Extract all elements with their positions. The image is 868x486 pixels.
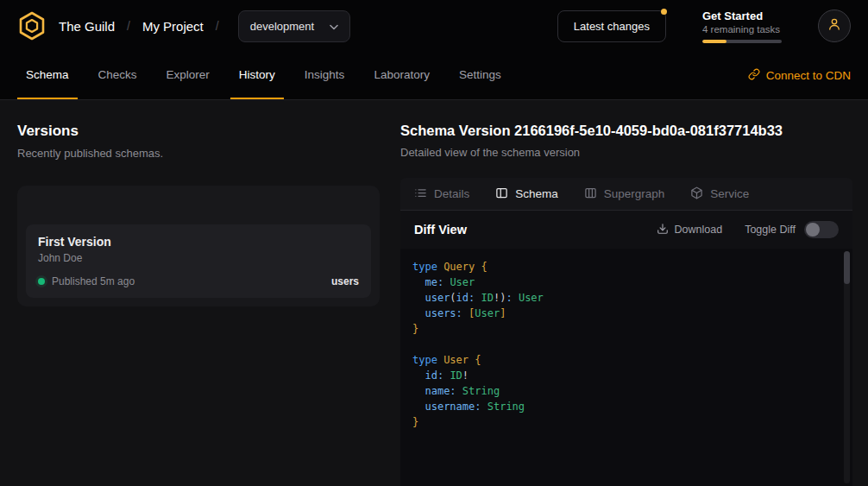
tab-schema[interactable]: Schema [17, 52, 78, 99]
version-detail-title: Schema Version 2166196f-5e10-4059-bd0a-0… [400, 123, 852, 139]
tab-label: Schema [26, 68, 69, 81]
code-line: } [412, 321, 840, 337]
get-started-progress-fill [702, 40, 726, 43]
schema-icon [495, 186, 508, 202]
link-icon [748, 68, 760, 83]
detail-tab-label: Schema [515, 187, 558, 200]
versions-section: Versions Recently published schemas. Fir… [17, 123, 380, 486]
service-icon [690, 186, 703, 202]
version-status: Published 5m ago [52, 275, 135, 287]
version-author: John Doe [38, 252, 359, 264]
breadcrumb-org[interactable]: The Guild [59, 19, 115, 34]
chevron-down-icon [330, 20, 338, 33]
version-detail-subtitle: Detailed view of the schema version [400, 146, 852, 159]
version-name: First Version [38, 235, 359, 249]
tab-label: Checks [98, 68, 137, 81]
version-meta-row: Published 5m ago users [38, 275, 359, 287]
code-line: type User { [412, 352, 840, 368]
hive-logo-icon[interactable] [17, 11, 47, 41]
latest-changes-label: Latest changes [574, 20, 650, 33]
project-tabs: Schema Checks Explorer History Insights … [17, 52, 522, 99]
get-started-progress-bar [702, 40, 782, 43]
tab-label: Explorer [167, 68, 210, 81]
tab-label: Settings [459, 68, 501, 81]
environment-select[interactable]: development [238, 10, 350, 42]
tab-laboratory[interactable]: Laboratory [365, 52, 438, 99]
versions-subtitle: Recently published schemas. [17, 147, 380, 160]
user-avatar[interactable] [818, 9, 851, 42]
topbar-left: The Guild / My Project / development [17, 10, 350, 42]
code-block: type Query { me: User user(id: ID!): Use… [412, 259, 840, 430]
download-button[interactable]: Download [657, 223, 723, 237]
code-line: user(id: ID!): User [412, 290, 840, 306]
tab-explorer[interactable]: Explorer [158, 52, 218, 99]
code-line: users: [User] [412, 306, 840, 321]
project-nav: Schema Checks Explorer History Insights … [0, 52, 868, 100]
diff-view-header: Diff View Download Toggle Diff [400, 211, 852, 249]
code-line: username: String [412, 399, 840, 414]
version-service-badge: users [331, 275, 359, 287]
detail-tab-label: Service [710, 187, 749, 200]
tab-label: Insights [305, 68, 345, 81]
version-detail-section: Schema Version 2166196f-5e10-4059-bd0a-0… [400, 123, 852, 486]
code-line: me: User [412, 275, 840, 290]
top-bar: The Guild / My Project / development Lat… [0, 0, 868, 52]
toggle-knob [806, 223, 820, 237]
topbar-right: Latest changes Get Started 4 remaining t… [557, 9, 851, 43]
get-started-subtitle: 4 remaining tasks [702, 24, 782, 35]
detail-tab-service[interactable]: Service [690, 186, 749, 202]
notification-dot-icon [661, 9, 667, 15]
schema-code-viewer[interactable]: type Query { me: User user(id: ID!): Use… [400, 249, 852, 486]
get-started-title: Get Started [702, 9, 782, 22]
toggle-diff-group: Toggle Diff [745, 221, 839, 238]
breadcrumb-separator: / [216, 19, 219, 33]
detail-tab-label: Details [434, 187, 469, 200]
breadcrumb-project[interactable]: My Project [142, 19, 204, 34]
supergraph-icon [584, 186, 597, 202]
tab-history[interactable]: History [230, 52, 284, 99]
tab-checks[interactable]: Checks [90, 52, 146, 99]
code-scrollbar-thumb[interactable] [844, 251, 850, 284]
toggle-diff-label: Toggle Diff [745, 224, 796, 236]
versions-title: Versions [17, 123, 380, 140]
code-scrollbar[interactable] [844, 251, 850, 483]
download-label: Download [675, 224, 723, 236]
detail-tab-supergraph[interactable]: Supergraph [584, 186, 665, 202]
breadcrumb-separator: / [127, 19, 130, 33]
user-icon [827, 16, 842, 35]
environment-select-value: development [250, 20, 314, 33]
main-content: Versions Recently published schemas. Fir… [0, 100, 868, 486]
detail-tab-label: Supergraph [604, 187, 665, 200]
toggle-diff-switch[interactable] [804, 221, 839, 238]
code-line [412, 337, 840, 352]
tab-settings[interactable]: Settings [450, 52, 510, 99]
download-icon [657, 223, 669, 237]
version-list-item[interactable]: First Version John Doe Published 5m ago … [26, 224, 371, 298]
code-line: name: String [412, 383, 840, 399]
code-line: id: ID! [412, 368, 840, 383]
diff-actions: Download Toggle Diff [657, 221, 839, 238]
list-icon [414, 186, 427, 202]
connect-to-cdn-button[interactable]: Connect to CDN [748, 52, 851, 99]
app-root: The Guild / My Project / development Lat… [0, 0, 868, 486]
versions-card: First Version John Doe Published 5m ago … [17, 186, 380, 306]
detail-tabs: Details Schema [400, 178, 852, 211]
diff-view-title: Diff View [414, 223, 467, 237]
published-status-dot-icon [38, 278, 45, 285]
detail-tab-schema[interactable]: Schema [495, 186, 558, 202]
code-line: type Query { [412, 259, 840, 275]
tab-label: History [239, 68, 275, 81]
version-detail-panel: Details Schema [400, 178, 852, 486]
get-started-widget[interactable]: Get Started 4 remaining tasks [702, 9, 782, 43]
latest-changes-button[interactable]: Latest changes [557, 10, 666, 42]
connect-to-cdn-label: Connect to CDN [766, 69, 851, 82]
tab-insights[interactable]: Insights [296, 52, 354, 99]
detail-tab-details[interactable]: Details [414, 186, 469, 202]
tab-label: Laboratory [374, 68, 430, 81]
code-line: } [412, 414, 840, 430]
